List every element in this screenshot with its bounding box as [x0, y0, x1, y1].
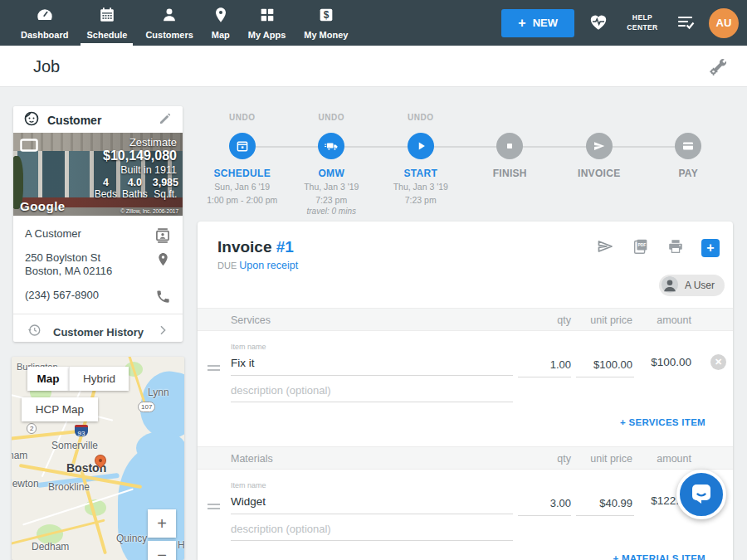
calendar-icon — [98, 6, 116, 27]
omw-step-button[interactable] — [318, 133, 344, 159]
chevron-right-icon — [156, 324, 169, 340]
step-date: Thu, Jan 3 '19 — [287, 182, 377, 192]
drag-handle[interactable] — [208, 363, 220, 373]
location-pin-icon[interactable] — [155, 251, 171, 270]
zestimate-label: Zestimate — [129, 136, 177, 149]
undo-link[interactable]: UNDO — [198, 113, 287, 124]
job-tools-icon[interactable] — [708, 56, 729, 80]
price-underline — [576, 377, 634, 377]
chat-bubble-button[interactable] — [676, 470, 726, 519]
credit-card-icon — [681, 139, 696, 153]
undo-link[interactable]: UNDO — [376, 113, 466, 124]
timeline-step-pay: PAY — [644, 108, 734, 220]
customer-address-row: 250 Boylston StBoston, MA 02116 — [25, 251, 171, 278]
pdf-icon[interactable]: PDF — [632, 237, 650, 259]
nav-item-my-money[interactable]: $ My Money — [295, 0, 357, 46]
undo-link[interactable]: UNDO — [287, 113, 377, 124]
invoice-title: Invoice #1 — [217, 238, 294, 256]
start-step-button[interactable] — [408, 133, 434, 159]
qty-underline — [518, 377, 571, 377]
edit-pencil-icon[interactable] — [158, 111, 173, 129]
new-button[interactable]: + NEW — [501, 9, 574, 37]
customer-card: Customer Zestimate $10,149,080 Built in … — [13, 106, 183, 342]
print-icon[interactable] — [666, 237, 685, 259]
health-heart-icon[interactable] — [588, 11, 609, 36]
nav-item-my-apps[interactable]: My Apps — [239, 0, 295, 46]
schedule-step-button[interactable] — [229, 133, 256, 159]
checklist-icon[interactable] — [676, 12, 696, 35]
stat-beds: 4Beds — [95, 177, 117, 200]
map-label-lynn: Lynn — [148, 387, 169, 398]
built-year: Built in 1911 — [120, 164, 177, 176]
drag-handle[interactable] — [208, 501, 220, 512]
nav-item-schedule[interactable]: Schedule — [77, 0, 136, 46]
customer-phone: (234) 567-8900 — [25, 289, 171, 302]
svg-text:PDF: PDF — [637, 243, 646, 247]
remove-item-button[interactable]: ✕ — [710, 354, 726, 370]
map-label-brookline: Brookline — [48, 481, 90, 493]
item-name-input[interactable]: Fix it — [231, 357, 513, 376]
column-qty: qty — [557, 314, 571, 326]
add-services-item-link[interactable]: + SERVICES ITEM — [620, 417, 706, 427]
unit-price-value[interactable]: $100.00 — [593, 358, 632, 371]
timeline-step-start: UNDO START Thu, Jan 3 '19 7:23 pm — [376, 108, 466, 220]
map-zoom-out-button[interactable]: − — [148, 541, 176, 560]
description-input[interactable]: description (optional) — [231, 384, 513, 402]
send-icon — [592, 139, 607, 153]
contact-card-icon[interactable] — [154, 227, 171, 247]
zestimate-photo[interactable]: Zestimate $10,149,080 Built in 1911 4Bed… — [13, 133, 183, 216]
customer-history-row[interactable]: Customer History — [25, 314, 171, 341]
nav-label: My Apps — [248, 30, 286, 40]
step-travel-note: travel: 0 mins — [287, 206, 377, 217]
stop-icon — [503, 139, 516, 153]
qty-value[interactable]: 3.00 — [550, 497, 571, 509]
add-invoice-button[interactable]: + — [701, 239, 720, 257]
map-label-hingham: Hi — [178, 539, 184, 551]
map-pin-icon — [212, 6, 230, 27]
nav-label: Schedule — [86, 30, 127, 40]
section-title: Materials — [231, 453, 273, 465]
pay-step-button[interactable] — [675, 133, 701, 159]
history-icon — [27, 323, 42, 341]
step-label: FINISH — [466, 168, 555, 179]
timeline-step-omw: UNDO OMW Thu, Jan 3 '19 7:23 pm travel: … — [287, 108, 377, 220]
calendar-icon — [235, 139, 250, 153]
help-center-link[interactable]: HELP CENTER — [622, 13, 662, 32]
step-time: 7:23 pm — [287, 195, 377, 206]
hcp-map-button[interactable]: HCP Map — [22, 397, 98, 421]
chat-icon — [688, 481, 715, 508]
user-avatar[interactable]: AU — [709, 8, 739, 38]
streetview-frame-icon[interactable] — [20, 139, 38, 155]
nav-item-dashboard[interactable]: Dashboard — [12, 0, 77, 46]
map-type-map-button[interactable]: Map — [27, 367, 69, 391]
svg-text:$: $ — [324, 9, 330, 21]
qty-value[interactable]: 1.00 — [550, 358, 571, 371]
step-label: SCHEDULE — [198, 168, 287, 179]
play-icon — [413, 139, 428, 153]
finish-step-button[interactable] — [496, 133, 523, 159]
add-materials-item-link[interactable]: + MATERIALS ITEM — [613, 553, 706, 560]
nav-item-map[interactable]: Map — [203, 0, 239, 46]
nav-items: Dashboard Schedule Customers Map My Apps… — [12, 0, 357, 46]
unit-price-value[interactable]: $40.99 — [599, 497, 632, 509]
amount-value: $100.00 — [651, 356, 691, 368]
map-widget[interactable]: Burlington Lynn 107 2 93 Somerville ham … — [12, 357, 184, 560]
map-zoom-in-button[interactable]: + — [148, 509, 176, 538]
map-type-hybrid-button[interactable]: Hybrid — [69, 367, 129, 391]
map-label-newton: Newton — [12, 478, 39, 489]
customer-address: 250 Boylston StBoston, MA 02116 — [25, 251, 171, 278]
nav-item-customers[interactable]: Customers — [136, 0, 202, 46]
invoice-step-button[interactable] — [586, 133, 613, 159]
map-road — [22, 488, 134, 525]
step-date: Sun, Jan 6 '19 — [198, 182, 287, 192]
send-invoice-icon[interactable] — [595, 236, 615, 260]
phone-icon[interactable] — [155, 289, 171, 308]
user-silhouette-icon — [661, 276, 679, 295]
due-value-link[interactable]: Upon receipt — [239, 260, 298, 271]
customer-phone-row: (234) 567-8900 — [25, 289, 171, 302]
map-label-somerville: Somerville — [51, 440, 98, 451]
description-input[interactable]: description (optional) — [231, 523, 513, 541]
assigned-user-chip[interactable]: A User — [659, 275, 725, 296]
step-label: INVOICE — [554, 168, 644, 179]
item-name-input[interactable]: Widget — [231, 495, 513, 514]
